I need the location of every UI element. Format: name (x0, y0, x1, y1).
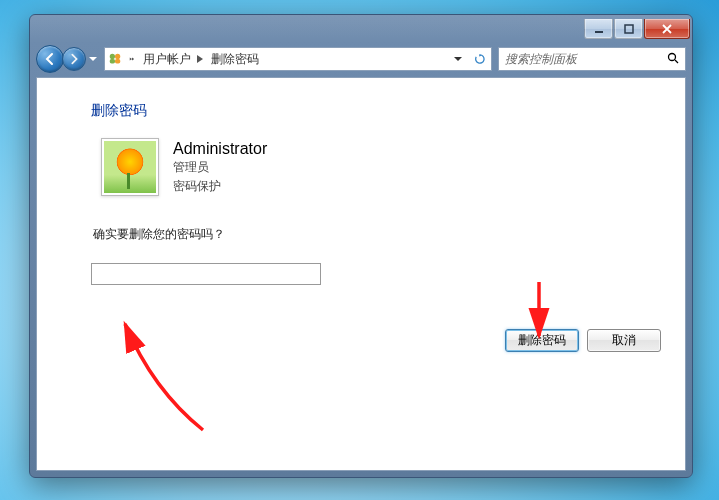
chevron-down-icon (89, 55, 97, 63)
maximize-icon (624, 24, 634, 34)
titlebar (30, 15, 692, 43)
password-input[interactable] (91, 263, 321, 285)
control-panel-window: 用户帐户 删除密码 删除密码 Administrator 管理员 (29, 14, 693, 478)
breadcrumb-seg1-label: 用户帐户 (143, 51, 191, 68)
user-summary: Administrator 管理员 密码保护 (101, 138, 631, 196)
svg-line-7 (675, 60, 678, 63)
breadcrumb-delete-password[interactable]: 删除密码 (207, 48, 261, 70)
arrow-left-icon (43, 52, 57, 66)
minimize-button[interactable] (584, 19, 613, 39)
window-controls (584, 19, 690, 39)
breadcrumb-sep-1[interactable] (193, 48, 207, 70)
svg-rect-0 (595, 31, 603, 33)
recent-locations-button[interactable] (86, 49, 100, 69)
search-input[interactable] (505, 52, 667, 66)
search-icon (667, 50, 679, 68)
user-role-label: 管理员 (173, 158, 267, 177)
button-row: 删除密码 取消 (505, 329, 661, 352)
address-dropdown-button[interactable] (447, 48, 469, 70)
minimize-icon (594, 24, 604, 34)
annotation-arrow-input (103, 310, 223, 440)
breadcrumb-user-accounts[interactable]: 用户帐户 (139, 48, 193, 70)
maximize-button[interactable] (614, 19, 643, 39)
content-area: 删除密码 Administrator 管理员 密码保护 确实要删除您的密码吗？ … (36, 77, 686, 471)
close-button[interactable] (644, 19, 690, 39)
navigation-bar: 用户帐户 删除密码 (36, 43, 686, 75)
svg-rect-5 (115, 59, 120, 63)
svg-point-3 (115, 54, 120, 59)
arrow-right-icon (68, 53, 80, 65)
confirm-prompt: 确实要删除您的密码吗？ (93, 226, 631, 243)
back-button[interactable] (36, 45, 64, 73)
svg-point-6 (669, 54, 676, 61)
refresh-icon (475, 54, 485, 64)
forward-button[interactable] (62, 47, 86, 71)
search-box[interactable] (498, 47, 686, 71)
user-accounts-icon (105, 52, 125, 66)
avatar (101, 138, 159, 196)
close-icon (662, 24, 672, 34)
address-bar[interactable]: 用户帐户 删除密码 (104, 47, 492, 71)
svg-rect-4 (110, 59, 115, 63)
delete-password-button[interactable]: 删除密码 (505, 329, 579, 352)
breadcrumb-root-sep[interactable] (125, 48, 139, 70)
svg-point-2 (110, 54, 115, 59)
avatar-image (104, 141, 156, 193)
refresh-button[interactable] (469, 48, 491, 70)
page-title: 删除密码 (91, 102, 631, 120)
breadcrumb-seg2-label: 删除密码 (211, 51, 259, 68)
chevron-down-icon (454, 55, 462, 63)
nav-arrows (36, 45, 100, 73)
user-name-label: Administrator (173, 140, 267, 158)
svg-rect-1 (625, 25, 633, 33)
user-protection-label: 密码保护 (173, 177, 267, 196)
cancel-button[interactable]: 取消 (587, 329, 661, 352)
